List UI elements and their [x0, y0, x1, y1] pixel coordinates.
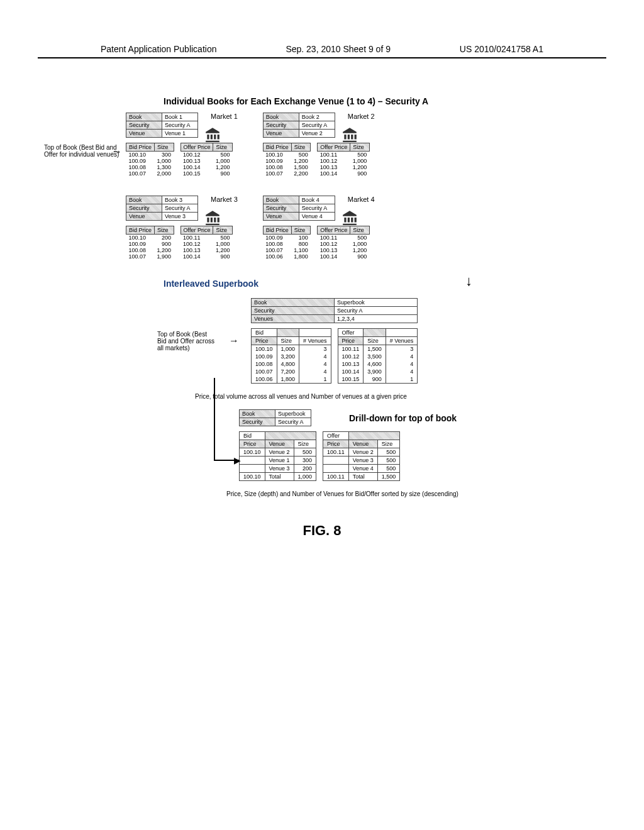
superbook-left-label: Top of Book (Best Bid and Offer across a…: [157, 331, 217, 351]
data-table: Offer PriceSize100.11500100.121,000100.1…: [317, 143, 369, 177]
drill-area: ▶ BookSuperbookSecuritySecurity A Drill-…: [214, 409, 606, 481]
superbook-table: OfferPriceSize# Venues100.111,5003100.12…: [338, 328, 418, 384]
bank-icon: [204, 209, 221, 226]
meta-table: BookBook 1SecuritySecurity AVenueVenue 1: [126, 113, 198, 138]
market-label: Market 4: [348, 196, 375, 203]
data-table: Bid PriceSize100.09100100.08800100.071,1…: [263, 226, 311, 260]
caption-2: Price, Size (depth) and Number of Venues…: [226, 490, 606, 497]
bank-icon: [341, 209, 358, 226]
market-block: BookBook 3SecuritySecurity AVenueVenue 3…: [126, 196, 238, 260]
market-block: BookBook 4SecuritySecurity AVenueVenue 4…: [263, 196, 375, 260]
data-table: Offer PriceSize100.11500100.121,000100.1…: [180, 226, 233, 260]
drill-table: BidPriceVenueSize100.10Venue 2500Venue 1…: [239, 431, 316, 481]
data-table: Bid PriceSize100.10500100.091,200100.081…: [263, 143, 311, 177]
down-arrow-icon: ↓: [465, 273, 472, 289]
header-center: Sep. 23, 2010 Sheet 9 of 9: [286, 44, 391, 54]
header-right: US 2010/0241758 A1: [460, 44, 543, 54]
drill-title: Drill-down for top of book: [349, 413, 457, 423]
side-label: Top of Book (Best Bid and Offer for indi…: [44, 144, 119, 158]
superbook-table: BidPriceSize# Venues100.101,0003100.093,…: [251, 328, 331, 384]
data-table: Bid PriceSize100.10300100.091,000100.081…: [126, 143, 174, 177]
meta-table: BookBook 4SecuritySecurity AVenueVenue 4: [263, 196, 335, 221]
arrow-right-icon: ⤳: [113, 147, 120, 157]
market-label: Market 2: [348, 113, 375, 120]
section-title-2: Interleaved Superbook: [164, 279, 606, 289]
meta-table: BookBook 3SecuritySecurity AVenueVenue 3: [126, 196, 198, 221]
drill-meta-table: BookSuperbookSecuritySecurity A: [239, 409, 311, 426]
caption-1: Price, total volume across all venues an…: [195, 393, 606, 400]
market-block: BookBook 2SecuritySecurity AVenueVenue 2…: [263, 113, 375, 177]
bank-icon: [341, 126, 358, 143]
figure-label: FIG. 8: [38, 523, 606, 539]
meta-table: BookBook 2SecuritySecurity AVenueVenue 2: [263, 113, 335, 138]
header-left: Patent Application Publication: [101, 44, 216, 54]
data-table: Bid PriceSize100.10200100.09900100.081,2…: [126, 226, 174, 260]
data-table: Offer PriceSize100.11500100.121,000100.1…: [317, 226, 369, 260]
market-label: Market 3: [211, 196, 238, 203]
meta-table: BookSuperbookSecuritySecurity AVenues1,2…: [251, 298, 418, 323]
market-label: Market 1: [211, 113, 238, 120]
superbook-area: ↓ Top of Book (Best Bid and Offer across…: [157, 298, 606, 384]
section-title-1: Individual Books for Each Exchange Venue…: [164, 96, 606, 106]
connector-vertical: [214, 378, 215, 460]
bank-icon: [204, 126, 221, 143]
data-table: Offer PriceSize100.12500100.131,000100.1…: [180, 143, 233, 177]
drill-table: OfferPriceVenueSize100.11Venue 2500Venue…: [323, 431, 400, 481]
connector-arrow-icon: ▶: [234, 455, 241, 465]
arrow-right-icon: →: [229, 335, 239, 346]
market-block: Top of Book (Best Bid and Offer for indi…: [126, 113, 238, 177]
page-header: Patent Application Publication Sep. 23, …: [38, 0, 606, 58]
